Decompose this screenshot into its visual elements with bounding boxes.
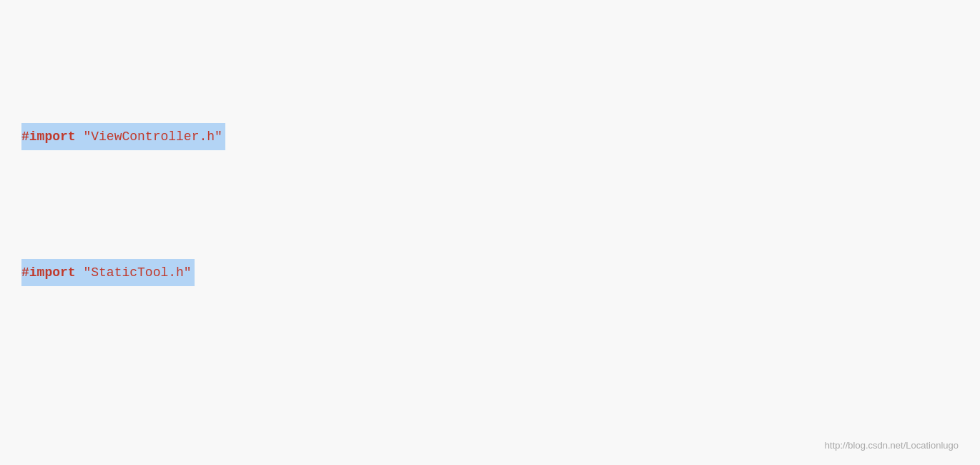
- string-statictool: "StaticTool.h": [83, 265, 191, 280]
- code-line-2: #import "StaticTool.h": [21, 259, 959, 286]
- code-line-3: [21, 395, 959, 422]
- code-container: #import "ViewController.h" #import "Stat…: [0, 0, 980, 465]
- keyword-import-2: #import: [21, 265, 76, 280]
- code-block: #import "ViewController.h" #import "Stat…: [21, 14, 959, 465]
- highlight-2: #import "StaticTool.h": [21, 259, 195, 286]
- watermark: http://blog.csdn.net/Locationlugo: [825, 440, 959, 451]
- string-viewcontroller: "ViewController.h": [83, 129, 222, 144]
- space-1: [76, 129, 84, 144]
- highlight-1: #import "ViewController.h": [21, 123, 225, 150]
- keyword-import-1: #import: [21, 129, 76, 144]
- space-2: [76, 265, 84, 280]
- code-line-1: #import "ViewController.h": [21, 123, 959, 150]
